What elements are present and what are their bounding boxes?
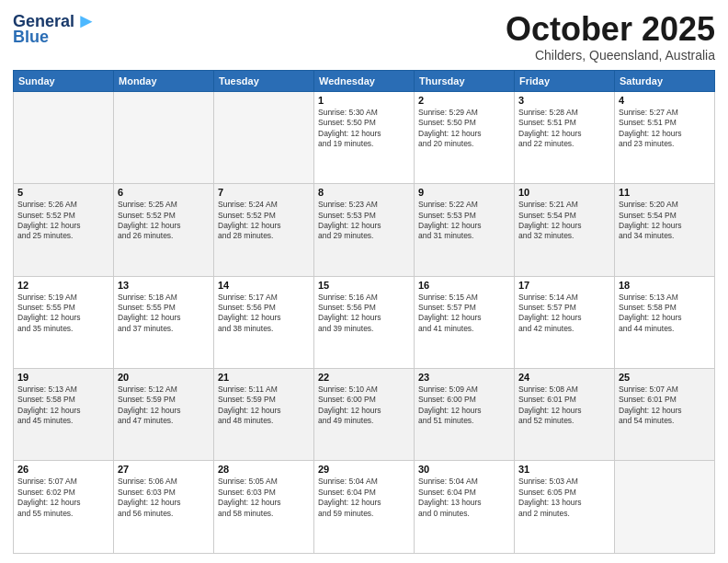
calendar-cell: 28Sunrise: 5:05 AM Sunset: 6:03 PM Dayli… [214,461,314,554]
calendar-cell: 20Sunrise: 5:12 AM Sunset: 5:59 PM Dayli… [114,369,214,461]
day-number: 17 [518,280,610,291]
day-number: 6 [118,187,210,198]
day-number: 16 [418,280,510,291]
day-info: Sunrise: 5:17 AM Sunset: 5:56 PM Dayligh… [218,293,310,335]
calendar-cell [114,91,214,183]
day-number: 4 [619,95,711,106]
calendar-cell: 5Sunrise: 5:26 AM Sunset: 5:52 PM Daylig… [14,184,114,276]
calendar-cell: 29Sunrise: 5:04 AM Sunset: 6:04 PM Dayli… [314,461,415,554]
day-info: Sunrise: 5:10 AM Sunset: 6:00 PM Dayligh… [318,385,410,427]
calendar-cell: 7Sunrise: 5:24 AM Sunset: 5:52 PM Daylig… [214,184,314,276]
calendar-cell: 16Sunrise: 5:15 AM Sunset: 5:57 PM Dayli… [415,276,515,368]
calendar-cell: 12Sunrise: 5:19 AM Sunset: 5:55 PM Dayli… [14,276,114,368]
calendar-cell: 25Sunrise: 5:07 AM Sunset: 6:01 PM Dayli… [615,369,715,461]
month-title: October 2025 [506,11,715,48]
calendar-cell: 4Sunrise: 5:27 AM Sunset: 5:51 PM Daylig… [615,91,715,183]
day-info: Sunrise: 5:23 AM Sunset: 5:53 PM Dayligh… [318,200,410,242]
day-info: Sunrise: 5:16 AM Sunset: 5:56 PM Dayligh… [318,293,410,335]
col-saturday: Saturday [615,70,715,91]
logo: General ► Blue [13,11,97,47]
calendar-cell: 8Sunrise: 5:23 AM Sunset: 5:53 PM Daylig… [314,184,415,276]
day-info: Sunrise: 5:25 AM Sunset: 5:52 PM Dayligh… [118,200,210,242]
calendar-cell: 21Sunrise: 5:11 AM Sunset: 5:59 PM Dayli… [214,369,314,461]
day-info: Sunrise: 5:11 AM Sunset: 5:59 PM Dayligh… [218,385,310,427]
header: General ► Blue October 2025 Childers, Qu… [13,11,715,63]
day-info: Sunrise: 5:30 AM Sunset: 5:50 PM Dayligh… [318,108,410,150]
calendar-cell: 11Sunrise: 5:20 AM Sunset: 5:54 PM Dayli… [615,184,715,276]
day-info: Sunrise: 5:04 AM Sunset: 6:04 PM Dayligh… [418,477,510,519]
calendar-cell [214,91,314,183]
calendar-cell [14,91,114,183]
day-number: 28 [218,464,310,475]
calendar-cell [615,461,715,554]
day-number: 19 [17,372,109,383]
calendar-cell: 2Sunrise: 5:29 AM Sunset: 5:50 PM Daylig… [415,91,515,183]
calendar-cell: 31Sunrise: 5:03 AM Sunset: 6:05 PM Dayli… [515,461,615,554]
calendar-cell: 13Sunrise: 5:18 AM Sunset: 5:55 PM Dayli… [114,276,214,368]
col-friday: Friday [515,70,615,91]
calendar-cell: 17Sunrise: 5:14 AM Sunset: 5:57 PM Dayli… [515,276,615,368]
calendar-header-row: Sunday Monday Tuesday Wednesday Thursday… [14,70,715,91]
day-info: Sunrise: 5:04 AM Sunset: 6:04 PM Dayligh… [318,477,410,519]
col-monday: Monday [114,70,214,91]
day-number: 13 [118,280,210,291]
day-info: Sunrise: 5:19 AM Sunset: 5:55 PM Dayligh… [17,293,109,335]
day-info: Sunrise: 5:29 AM Sunset: 5:50 PM Dayligh… [418,108,510,150]
page-container: General ► Blue October 2025 Childers, Qu… [0,0,728,563]
col-tuesday: Tuesday [214,70,314,91]
day-info: Sunrise: 5:07 AM Sunset: 6:02 PM Dayligh… [17,477,109,519]
day-info: Sunrise: 5:05 AM Sunset: 6:03 PM Dayligh… [218,477,310,519]
day-info: Sunrise: 5:22 AM Sunset: 5:53 PM Dayligh… [418,200,510,242]
title-block: October 2025 Childers, Queensland, Austr… [506,11,715,63]
day-info: Sunrise: 5:08 AM Sunset: 6:01 PM Dayligh… [518,385,610,427]
day-number: 14 [218,280,310,291]
logo-blue: Blue [13,28,49,47]
day-info: Sunrise: 5:06 AM Sunset: 6:03 PM Dayligh… [118,477,210,519]
day-number: 12 [17,280,109,291]
day-info: Sunrise: 5:13 AM Sunset: 5:58 PM Dayligh… [17,385,109,427]
logo-arrow-icon: ► [76,11,97,31]
calendar-cell: 6Sunrise: 5:25 AM Sunset: 5:52 PM Daylig… [114,184,214,276]
day-number: 10 [518,187,610,198]
day-info: Sunrise: 5:21 AM Sunset: 5:54 PM Dayligh… [518,200,610,242]
day-number: 11 [619,187,711,198]
calendar-cell: 30Sunrise: 5:04 AM Sunset: 6:04 PM Dayli… [415,461,515,554]
day-number: 2 [418,95,510,106]
day-number: 15 [318,280,410,291]
calendar-cell: 14Sunrise: 5:17 AM Sunset: 5:56 PM Dayli… [214,276,314,368]
day-info: Sunrise: 5:20 AM Sunset: 5:54 PM Dayligh… [619,200,711,242]
day-info: Sunrise: 5:18 AM Sunset: 5:55 PM Dayligh… [118,293,210,335]
day-number: 20 [118,372,210,383]
day-number: 26 [17,464,109,475]
calendar-cell: 27Sunrise: 5:06 AM Sunset: 6:03 PM Dayli… [114,461,214,554]
day-info: Sunrise: 5:24 AM Sunset: 5:52 PM Dayligh… [218,200,310,242]
calendar-cell: 9Sunrise: 5:22 AM Sunset: 5:53 PM Daylig… [415,184,515,276]
calendar-week-row: 1Sunrise: 5:30 AM Sunset: 5:50 PM Daylig… [14,91,715,183]
day-info: Sunrise: 5:07 AM Sunset: 6:01 PM Dayligh… [619,385,711,427]
col-thursday: Thursday [415,70,515,91]
calendar-cell: 10Sunrise: 5:21 AM Sunset: 5:54 PM Dayli… [515,184,615,276]
calendar-table: Sunday Monday Tuesday Wednesday Thursday… [13,70,715,554]
day-number: 25 [619,372,711,383]
day-info: Sunrise: 5:28 AM Sunset: 5:51 PM Dayligh… [518,108,610,150]
calendar-cell: 23Sunrise: 5:09 AM Sunset: 6:00 PM Dayli… [415,369,515,461]
day-number: 1 [318,95,410,106]
calendar-week-row: 19Sunrise: 5:13 AM Sunset: 5:58 PM Dayli… [14,369,715,461]
day-number: 18 [619,280,711,291]
day-number: 27 [118,464,210,475]
day-info: Sunrise: 5:13 AM Sunset: 5:58 PM Dayligh… [619,293,711,335]
calendar-week-row: 12Sunrise: 5:19 AM Sunset: 5:55 PM Dayli… [14,276,715,368]
col-wednesday: Wednesday [314,70,415,91]
day-number: 31 [518,464,610,475]
calendar-cell: 15Sunrise: 5:16 AM Sunset: 5:56 PM Dayli… [314,276,415,368]
day-info: Sunrise: 5:26 AM Sunset: 5:52 PM Dayligh… [17,200,109,242]
col-sunday: Sunday [14,70,114,91]
calendar-cell: 19Sunrise: 5:13 AM Sunset: 5:58 PM Dayli… [14,369,114,461]
day-number: 22 [318,372,410,383]
day-info: Sunrise: 5:12 AM Sunset: 5:59 PM Dayligh… [118,385,210,427]
calendar-cell: 18Sunrise: 5:13 AM Sunset: 5:58 PM Dayli… [615,276,715,368]
calendar-week-row: 5Sunrise: 5:26 AM Sunset: 5:52 PM Daylig… [14,184,715,276]
day-number: 5 [17,187,109,198]
day-number: 30 [418,464,510,475]
calendar-cell: 1Sunrise: 5:30 AM Sunset: 5:50 PM Daylig… [314,91,415,183]
